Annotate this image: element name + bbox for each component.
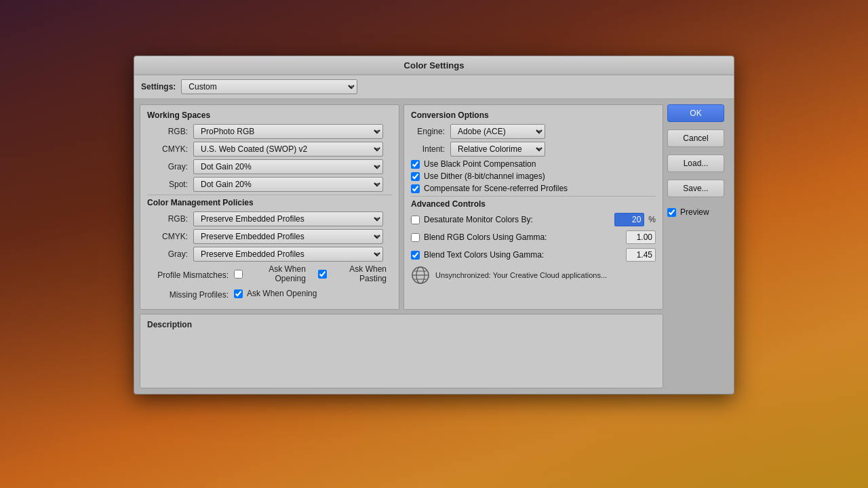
dialog-sidebar: OK Cancel Load... Save... Preview: [667, 104, 728, 388]
intent-row: Intent: Relative Colorimetric: [411, 142, 656, 157]
intent-select[interactable]: Relative Colorimetric: [450, 142, 545, 157]
conversion-options-title: Conversion Options: [411, 110, 656, 120]
preview-label[interactable]: Preview: [680, 207, 709, 217]
cmyk-policy-label: CMYK:: [147, 232, 188, 241]
black-point-label[interactable]: Use Black Point Compensation: [424, 159, 536, 169]
blend-rgb-row: Blend RGB Colors Using Gamma:: [411, 230, 656, 244]
gray-policy-row: Gray: Preserve Embedded Profiles: [147, 247, 392, 262]
missing-ask-when-opening-row: Ask When Opening: [234, 289, 322, 298]
sync-row: Unsynchronized: Your Creative Cloud appl…: [411, 266, 656, 285]
rgb-policy-row: RGB: Preserve Embedded Profiles: [147, 211, 392, 226]
gray-working-label: Gray:: [147, 162, 188, 171]
engine-select-wrapper[interactable]: Adobe (ACE): [450, 124, 545, 139]
dither-row: Use Dither (8-bit/channel images): [411, 171, 656, 181]
dialog-titlebar: Color Settings: [134, 56, 734, 75]
desaturate-checkbox[interactable]: [411, 216, 420, 224]
blend-text-row: Blend Text Colors Using Gamma:: [411, 248, 656, 262]
compensate-row: Compensate for Scene-referred Profiles: [411, 184, 656, 193]
spot-working-select-wrapper[interactable]: Dot Gain 20%: [193, 177, 383, 192]
spot-working-select[interactable]: Dot Gain 20%: [193, 177, 383, 192]
ask-when-opening-checkbox[interactable]: [234, 270, 243, 279]
working-spaces-title: Working Spaces: [147, 110, 392, 120]
cmyk-working-label: CMYK:: [147, 144, 188, 154]
blend-text-input[interactable]: [626, 248, 656, 262]
load-button[interactable]: Load...: [667, 155, 724, 172]
ask-when-pasting-label[interactable]: Ask When Pasting: [331, 264, 387, 283]
ask-when-pasting-checkbox[interactable]: [318, 270, 327, 279]
settings-select-wrapper[interactable]: Custom: [181, 79, 357, 94]
ask-when-opening-row: Ask When Opening: [234, 264, 311, 283]
missing-ask-when-opening-label[interactable]: Ask When Opening: [247, 289, 317, 298]
description-panel: Description: [140, 314, 663, 388]
rgb-policy-select[interactable]: Preserve Embedded Profiles: [193, 211, 383, 226]
intent-label: Intent:: [411, 144, 445, 154]
missing-ask-when-opening-checkbox[interactable]: [234, 289, 243, 298]
advanced-controls-title: Advanced Controls: [411, 199, 656, 209]
preview-checkbox[interactable]: [667, 208, 676, 217]
missing-profiles-row: Missing Profiles: Ask When Opening: [147, 289, 392, 301]
dialog-body: Working Spaces RGB: ProPhoto RGB CMYK:: [134, 99, 734, 394]
dither-checkbox[interactable]: [411, 172, 420, 181]
rgb-working-select-wrapper[interactable]: ProPhoto RGB: [193, 124, 383, 139]
engine-label: Engine:: [411, 127, 445, 136]
rgb-policy-label: RGB:: [147, 214, 188, 224]
settings-select[interactable]: Custom: [181, 79, 357, 94]
blend-text-checkbox[interactable]: [411, 251, 420, 260]
cancel-button[interactable]: Cancel: [667, 129, 724, 147]
separator-2: [411, 196, 656, 197]
cmyk-policy-select[interactable]: Preserve Embedded Profiles: [193, 229, 383, 244]
spot-working-label: Spot:: [147, 180, 188, 189]
desaturate-label[interactable]: Desaturate Monitor Colors By:: [424, 215, 610, 224]
color-management-title: Color Management Policies: [147, 198, 392, 207]
ask-when-pasting-row: Ask When Pasting: [318, 264, 392, 283]
ask-when-opening-label[interactable]: Ask When Opening: [247, 264, 306, 283]
black-point-checkbox[interactable]: [411, 160, 420, 169]
right-panel: Conversion Options Engine: Adobe (ACE) I…: [403, 104, 663, 310]
rgb-working-select[interactable]: ProPhoto RGB: [193, 124, 383, 139]
top-settings-row: Settings: Custom: [134, 75, 734, 99]
profile-mismatches-row: Profile Mismatches: Ask When Opening Ask…: [147, 264, 392, 286]
engine-select[interactable]: Adobe (ACE): [450, 124, 545, 139]
gray-policy-select-wrapper[interactable]: Preserve Embedded Profiles: [193, 247, 383, 262]
save-button[interactable]: Save...: [667, 180, 724, 197]
settings-label: Settings:: [141, 82, 176, 92]
spot-working-row: Spot: Dot Gain 20%: [147, 177, 392, 192]
blend-rgb-checkbox[interactable]: [411, 233, 420, 242]
engine-row: Engine: Adobe (ACE): [411, 124, 656, 139]
description-title: Description: [147, 320, 656, 329]
globe-icon: [411, 266, 430, 285]
desaturate-input[interactable]: [614, 213, 644, 226]
blend-rgb-input[interactable]: [626, 230, 656, 244]
left-panel: Working Spaces RGB: ProPhoto RGB CMYK:: [140, 104, 399, 310]
blend-rgb-label[interactable]: Blend RGB Colors Using Gamma:: [424, 232, 622, 242]
ok-button[interactable]: OK: [667, 104, 724, 122]
compensate-label[interactable]: Compensate for Scene-referred Profiles: [424, 184, 568, 193]
black-point-row: Use Black Point Compensation: [411, 159, 656, 169]
cmyk-policy-row: CMYK: Preserve Embedded Profiles: [147, 229, 392, 244]
missing-profiles-label: Missing Profiles:: [147, 290, 229, 300]
rgb-policy-select-wrapper[interactable]: Preserve Embedded Profiles: [193, 211, 383, 226]
gray-policy-select[interactable]: Preserve Embedded Profiles: [193, 247, 383, 262]
gray-working-row: Gray: Dot Gain 20%: [147, 159, 392, 174]
cmyk-working-select-wrapper[interactable]: U.S. Web Coated (SWOP) v2: [193, 142, 383, 157]
dither-label[interactable]: Use Dither (8-bit/channel images): [424, 171, 545, 181]
sync-message: Unsynchronized: Your Creative Cloud appl…: [435, 271, 607, 279]
intent-select-wrapper[interactable]: Relative Colorimetric: [450, 142, 545, 157]
cmyk-policy-select-wrapper[interactable]: Preserve Embedded Profiles: [193, 229, 383, 244]
rgb-working-label: RGB:: [147, 127, 188, 136]
content-area: Working Spaces RGB: ProPhoto RGB CMYK:: [140, 104, 663, 310]
desaturate-row: Desaturate Monitor Colors By: %: [411, 213, 656, 226]
cmyk-working-select[interactable]: U.S. Web Coated (SWOP) v2: [193, 142, 383, 157]
cmyk-working-row: CMYK: U.S. Web Coated (SWOP) v2: [147, 142, 392, 157]
dialog-title: Color Settings: [404, 60, 465, 70]
gray-working-select-wrapper[interactable]: Dot Gain 20%: [193, 159, 383, 174]
gray-working-select[interactable]: Dot Gain 20%: [193, 159, 383, 174]
dialog-main: Working Spaces RGB: ProPhoto RGB CMYK:: [140, 104, 663, 388]
profile-mismatches-label: Profile Mismatches:: [147, 270, 229, 280]
compensate-checkbox[interactable]: [411, 184, 420, 193]
rgb-working-row: RGB: ProPhoto RGB: [147, 124, 392, 139]
preview-row: Preview: [667, 207, 728, 217]
gray-policy-label: Gray:: [147, 249, 188, 259]
desaturate-pct: %: [648, 215, 656, 224]
blend-text-label[interactable]: Blend Text Colors Using Gamma:: [424, 250, 622, 260]
